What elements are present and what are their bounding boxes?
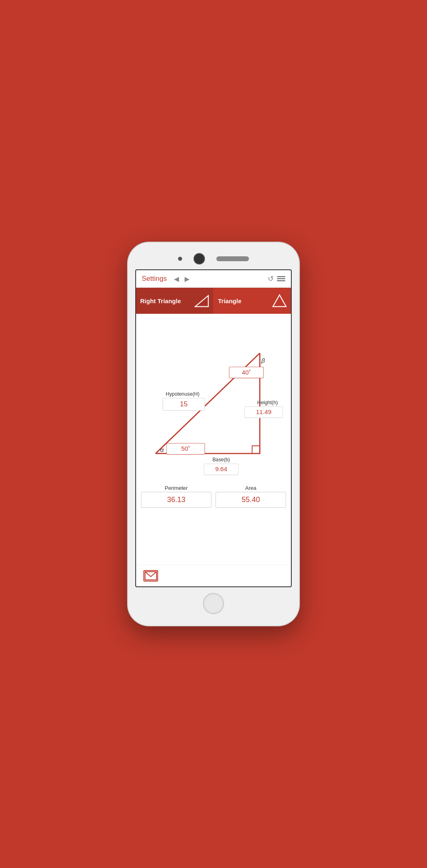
phone-dot <box>178 257 182 261</box>
perimeter-field: Perimeter <box>141 485 211 508</box>
phone-footer <box>136 565 291 586</box>
menu-line-1 <box>277 276 285 277</box>
tab-row: Right Triangle Triangle <box>136 288 291 314</box>
tab-triangle[interactable]: Triangle <box>214 288 291 314</box>
diagram-area: α 50˚ β 40˚ Hypotenuse(H) 15 Height(h) <box>136 314 291 485</box>
menu-line-2 <box>277 278 285 279</box>
phone-camera <box>194 253 205 264</box>
svg-text:Base(b): Base(b) <box>212 457 230 463</box>
svg-text:α: α <box>160 446 164 453</box>
bottom-fields: Perimeter Area <box>136 485 291 516</box>
forward-arrow[interactable]: ▶ <box>185 275 189 283</box>
header-arrows: ◀ ▶ <box>174 275 189 283</box>
email-icon[interactable] <box>143 570 158 582</box>
undo-button[interactable]: ↺ <box>268 274 274 283</box>
tab-right-triangle-label: Right Triangle <box>140 297 181 304</box>
phone-frame: Settings ◀ ▶ ↺ Right Triangle Tria <box>128 242 299 626</box>
phone-bottom <box>135 587 292 618</box>
content-spacer <box>136 516 291 565</box>
svg-text:Height(h): Height(h) <box>257 400 278 405</box>
svg-text:β: β <box>261 357 265 364</box>
perimeter-input[interactable] <box>141 492 211 508</box>
phone-screen: Settings ◀ ▶ ↺ Right Triangle Tria <box>135 269 292 587</box>
settings-label: Settings <box>142 275 167 283</box>
area-input[interactable] <box>216 492 286 508</box>
svg-marker-1 <box>273 295 286 307</box>
menu-button[interactable] <box>277 276 285 281</box>
back-arrow[interactable]: ◀ <box>174 275 179 283</box>
header-bar: Settings ◀ ▶ ↺ <box>136 270 291 288</box>
tab-right-triangle[interactable]: Right Triangle <box>136 288 213 314</box>
tab-triangle-label: Triangle <box>218 297 242 304</box>
menu-line-3 <box>277 280 285 281</box>
svg-text:Hypotenuse(H): Hypotenuse(H) <box>166 391 200 397</box>
svg-marker-0 <box>195 295 208 306</box>
home-button[interactable] <box>203 593 224 614</box>
email-svg <box>145 571 157 580</box>
right-triangle-icon <box>194 293 209 308</box>
triangle-icon <box>272 293 287 308</box>
phone-speaker <box>216 256 249 261</box>
phone-top-bar <box>135 250 292 269</box>
triangle-svg: α 50˚ β 40˚ Hypotenuse(H) 15 Height(h) <box>140 318 287 485</box>
area-field: Area <box>216 485 286 508</box>
